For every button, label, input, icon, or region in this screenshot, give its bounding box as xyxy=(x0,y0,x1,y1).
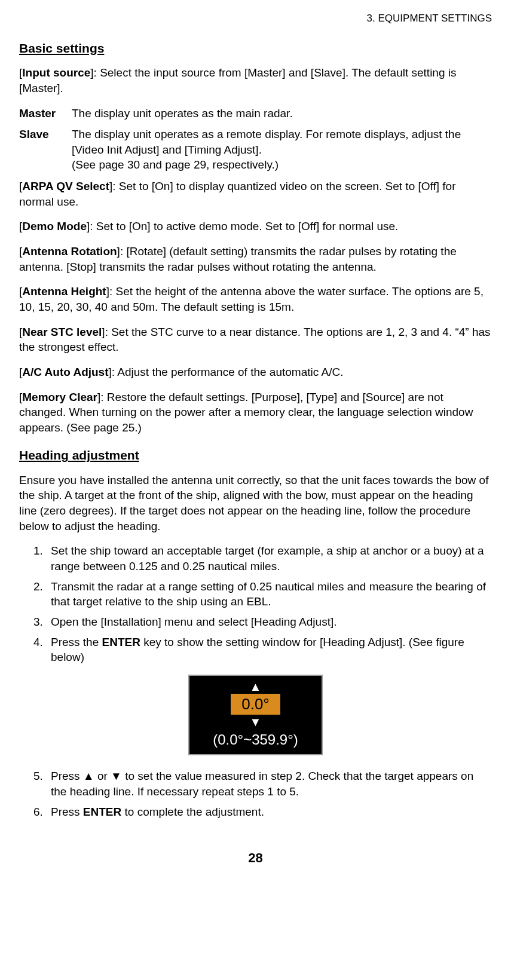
steps-list-1: Set the ship toward an acceptable target… xyxy=(19,543,492,664)
ac-text: ]: Adjust the performance of the automat… xyxy=(109,366,344,378)
master-desc: The display unit operates as the main ra… xyxy=(72,106,492,121)
slave-desc-l2: (See page 30 and page 29, respectively.) xyxy=(72,158,279,171)
slave-term: Slave xyxy=(19,127,72,173)
step-3: Open the [Installation] menu and select … xyxy=(46,614,492,630)
memory-label: Memory Clear xyxy=(22,391,97,403)
stc-label: Near STC level xyxy=(22,326,102,338)
step-6: Press ENTER to complete the adjustment. xyxy=(46,804,492,820)
ac-para: [A/C Auto Adjust]: Adjust the performanc… xyxy=(19,365,492,380)
arpa-para: [ARPA QV Select]: Set to [On] to display… xyxy=(19,179,492,209)
slave-desc: The display unit operates as a remote di… xyxy=(72,127,492,173)
page-number: 28 xyxy=(19,849,492,867)
demo-para: [Demo Mode]: Set to [On] to active demo … xyxy=(19,219,492,234)
down-icon: ▼ xyxy=(189,716,322,728)
memory-para: [Memory Clear]: Restore the default sett… xyxy=(19,390,492,436)
step-2: Transmit the radar at a range setting of… xyxy=(46,579,492,610)
master-slave-table: Master The display unit operates as the … xyxy=(19,106,492,173)
steps-list-2: Press ▲ or ▼ to set the value measured i… xyxy=(19,768,492,819)
step-6a: Press xyxy=(51,806,83,818)
stc-para: [Near STC level]: Set the STC curve to a… xyxy=(19,324,492,355)
master-row: Master The display unit operates as the … xyxy=(19,106,492,121)
input-source-para: [Input source]: Select the input source … xyxy=(19,65,492,96)
step-4a: Press the xyxy=(51,636,102,648)
basic-settings-heading: Basic settings xyxy=(19,40,492,57)
ac-label: A/C Auto Adjust xyxy=(22,366,108,378)
demo-label: Demo Mode xyxy=(22,220,87,232)
arpa-label: ARPA QV Select xyxy=(22,180,109,192)
heading-adjust-figure: ▲ 0.0° ▼ (0.0°~359.9°) xyxy=(188,675,323,755)
input-source-label: Input source xyxy=(22,66,90,79)
step-5: Press ▲ or ▼ to set the value measured i… xyxy=(46,768,492,799)
enter-key-1: ENTER xyxy=(102,636,140,648)
step-6b: to complete the adjustment. xyxy=(121,806,264,818)
slave-desc-l1: The display unit operates as a remote di… xyxy=(72,128,461,156)
heading-adjustment-heading: Heading adjustment xyxy=(19,447,492,464)
adjust-value: 0.0° xyxy=(231,694,280,715)
chapter-header: 3. EQUIPMENT SETTINGS xyxy=(19,12,492,26)
heading-adj-intro: Ensure you have installed the antenna un… xyxy=(19,473,492,534)
slave-row: Slave The display unit operates as a rem… xyxy=(19,127,492,173)
rotation-label: Antenna Rotation xyxy=(22,245,117,258)
step-1: Set the ship toward an acceptable target… xyxy=(46,543,492,574)
adjust-range: (0.0°~359.9°) xyxy=(189,730,322,749)
height-para: [Antenna Height]: Set the height of the … xyxy=(19,284,492,314)
demo-text: ]: Set to [On] to active demo mode. Set … xyxy=(87,220,398,232)
up-icon: ▲ xyxy=(189,681,322,693)
enter-key-2: ENTER xyxy=(83,806,121,818)
step-4: Press the ENTER key to show the setting … xyxy=(46,635,492,665)
master-term: Master xyxy=(19,106,72,121)
height-label: Antenna Height xyxy=(22,285,106,298)
rotation-para: [Antenna Rotation]: [Rotate] (default se… xyxy=(19,244,492,274)
